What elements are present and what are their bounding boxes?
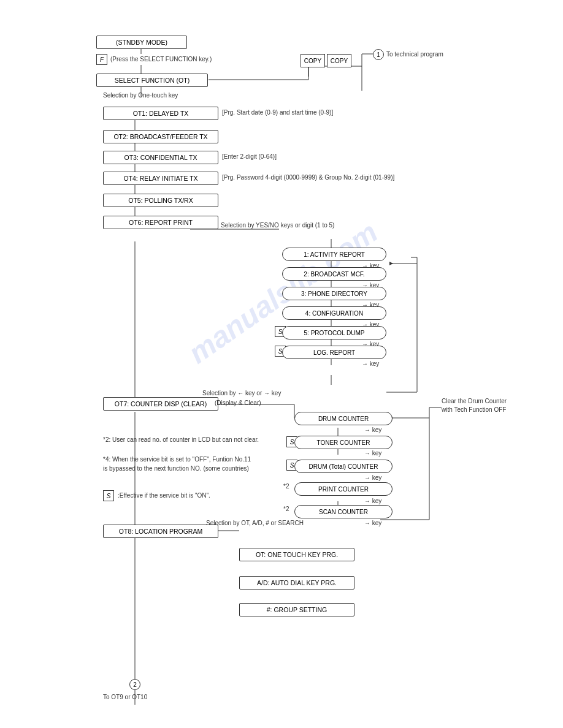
toner-key: → key [364,450,381,457]
note2: *2: User can read no. of counter in LCD … [103,435,281,444]
copy1-box: COPY [301,54,325,67]
drum-key: → key [364,427,381,433]
note4: *4: When the service bit is set to "OFF"… [103,455,287,473]
star2-scan: *2 [283,506,289,512]
f-box: F [96,54,107,65]
report3-box: 3: PHONE DIRECTORY [282,287,386,300]
to-tech-label: To technical program [386,51,443,58]
drum-total-box: DRUM (Total) COUNTER [294,460,393,473]
star2-print: *2 [283,483,289,490]
report5-box: 5: PROTOCOL DUMP [282,326,386,339]
selection-yesno: Selection by YES/NO keys or digit (1 to … [221,222,334,229]
display-clear: (Display & Clear) [215,400,261,406]
selection-lr: Selection by ← key or → key [202,390,281,396]
report4-box: 4: CONFIGURATION [282,306,386,320]
selection-onetouch: Selection by One-touch key [103,92,178,99]
clear-drum-note: Clear the Drum Counter with Tech Functio… [442,397,540,414]
stndby-mode-box: (STNDBY MODE) [96,36,187,49]
drum-total-key: → key [364,474,381,481]
diagram-container: manualslib.com [0,0,563,728]
auto-dial-box: A/D: AUTO DIAL KEY PRG. [239,576,354,590]
selection-ot: Selection by OT, A/D, # or SEARCH [206,520,304,526]
rlog-key: → key [362,360,379,367]
group-setting-box: #: GROUP SETTING [239,603,354,616]
scan-key: → key [364,520,381,526]
ot2-box: OT2: BROADCAST/FEEDER TX [103,130,218,143]
scan-counter-box: SCAN COUNTER [294,505,393,518]
select-function-box: SELECT FUNCTION (OT) [96,74,208,87]
circle-2: 2 [129,679,140,690]
ot5-box: OT5: POLLING TX/RX [103,194,218,207]
copy2-box: COPY [327,54,351,67]
ot1-box: OT1: DELAYED TX [103,107,218,120]
s-box-main: S [103,490,114,501]
ot7-box: OT7: COUNTER DISP (CLEAR) [103,397,218,411]
ot3-box: OT3: CONFIDENTIAL TX [103,151,218,164]
s-note: :Effective if the service bit is "ON". [118,492,289,499]
ot6-box: OT6: REPORT PRINT [103,216,218,229]
ot3-note: [Enter 2-digit (0-64)] [222,153,277,160]
ot4-note: [Prg. Password 4-digit (0000-9999) & Gro… [222,174,394,181]
report1-box: 1: ACTIVITY REPORT [282,248,386,261]
report2-box: 2: BROADCAST MCF. [282,267,386,281]
toner-counter-box: TONER COUNTER [294,436,393,449]
log-report-box: LOG. REPORT [282,346,386,359]
one-touch-box: OT: ONE TOUCH KEY PRG. [239,548,354,561]
ot4-box: OT4: RELAY INITIATE TX [103,172,218,185]
print-key: → key [364,498,381,504]
to-ot9-label: To OT9 or OT10 [103,694,147,700]
drum-counter-box: DRUM COUNTER [294,412,393,425]
print-counter-box: PRINT COUNTER [294,482,393,496]
ot1-note: [Prg. Start date (0-9) and start time (0… [222,109,333,116]
circle-1: 1 [373,49,384,60]
svg-marker-32 [389,262,393,265]
press-select-label: (Press the SELECT FUNCTION key.) [110,56,212,63]
ot8-box: OT8: LOCATION PROGRAM [103,525,218,538]
